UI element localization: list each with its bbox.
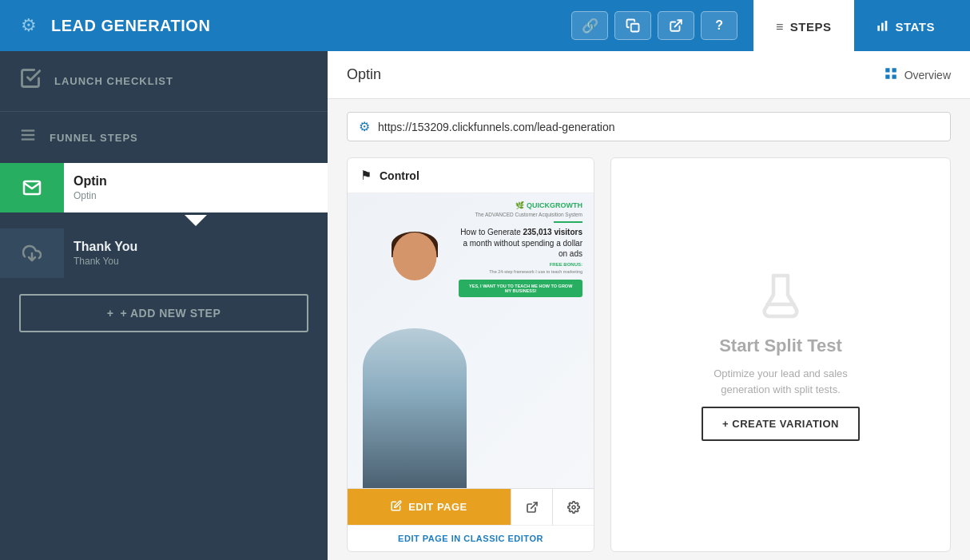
cards-area: ⚑ Control [328,149,970,560]
preview-divider [554,221,582,223]
thankyou-step-text: Thank You Thank You [64,228,328,278]
app-title: LEAD GENERATION [51,17,210,35]
copy-icon-button[interactable] [614,11,651,40]
help-icon-button[interactable]: ? [701,11,737,40]
external-link-button[interactable] [511,489,552,525]
svg-rect-9 [885,68,889,72]
thankyou-step-icon [0,228,64,278]
edit-classic-editor-link[interactable]: EDIT PAGE IN CLASSIC EDITOR [348,525,594,551]
steps-tab-icon: ≡ [776,20,784,34]
create-variation-label: + CREATE VARIATION [722,418,839,430]
steps-tab-label: STEPS [790,20,832,34]
add-new-step-button[interactable]: + + ADD NEW STEP [19,294,308,332]
header: ⚙ LEAD GENERATION 🔗 ? ≡ STEPS STATS [0,0,970,51]
overview-label: Overview [904,69,951,81]
svg-rect-10 [892,68,896,72]
url-text: https://153209.clickfunnels.com/lead-gen… [378,121,615,133]
header-tabs: ≡ STEPS STATS [753,0,957,51]
stats-tab-icon [877,19,889,35]
edit-pencil-icon [391,500,402,514]
settings-icon-button[interactable] [552,489,594,525]
gear-icon[interactable]: ⚙ [13,10,45,42]
flag-icon: ⚑ [360,168,372,183]
page-title: Optin [347,66,884,83]
person-head [393,232,437,280]
sidebar-item-optin[interactable]: Optin Optin [0,163,328,212]
url-bar: ⚙ https://153209.clickfunnels.com/lead-g… [347,112,951,141]
control-card: ⚑ Control [347,157,594,552]
external-link-icon-button[interactable] [658,11,694,40]
svg-rect-12 [892,74,896,78]
preview-cta-button: YES, I WANT YOU TO TEACH ME HOW TO GROW … [459,280,582,297]
thankyou-step-name: Thank You [74,240,318,254]
svg-rect-0 [631,24,639,32]
edit-page-button[interactable]: EDIT PAGE [348,489,511,525]
connector-arrow [185,215,207,226]
funnel-steps-icon [19,126,37,149]
tab-stats[interactable]: STATS [854,0,957,51]
overview-button[interactable]: Overview [884,66,951,84]
split-test-title: Start Split Test [719,336,842,356]
svg-line-13 [531,502,536,508]
main-layout: LAUNCH CHECKLIST FUNNEL STEPS Optin Opti… [0,51,970,560]
header-toolbar: 🔗 ? [571,11,737,40]
optin-step-name: Optin [74,174,318,189]
optin-step-icon [0,163,64,212]
url-settings-icon[interactable]: ⚙ [359,119,370,134]
sidebar-section-launch-checklist[interactable]: LAUNCH CHECKLIST [0,51,328,112]
link-icon-button[interactable]: 🔗 [571,11,608,40]
preview-headline: How to Generate 235,013 visitors a month… [459,227,582,260]
card-actions: EDIT PAGE [348,488,594,525]
stats-tab-label: STATS [896,20,935,34]
control-card-header: ⚑ Control [348,158,594,193]
main-content: Optin Overview ⚙ https://153209.clickfun… [328,51,970,560]
preview-logo: 🌿 QUICKGROWTH [515,201,582,209]
funnel-steps-label: FUNNEL STEPS [50,132,138,144]
svg-rect-11 [885,74,889,78]
tab-steps[interactable]: ≡ STEPS [753,0,854,51]
optin-step-text: Optin Optin [64,163,328,212]
split-test-card: Start Split Test Optimize your lead and … [610,157,951,552]
sub-header: Optin Overview [328,51,970,99]
add-step-label: + ADD NEW STEP [120,307,221,320]
add-step-plus-icon: + [107,307,114,320]
preview-tagline: The ADVANCED Customer Acquisition System [475,212,582,217]
split-test-description: Optimize your lead and sales generation … [693,366,869,397]
preview-logo-text: QUICKGROWTH [527,201,582,209]
svg-rect-3 [881,22,884,30]
edit-page-label: EDIT PAGE [408,501,467,513]
funnel-steps-header: FUNNEL STEPS [0,112,328,163]
overview-grid-icon [884,66,898,84]
step-connector [0,212,328,228]
preview-inner: 🌿 QUICKGROWTH The ADVANCED Customer Acqu… [348,193,594,488]
page-preview: 🌿 QUICKGROWTH The ADVANCED Customer Acqu… [348,193,594,488]
leaf-icon: 🌿 [515,201,524,209]
launch-checklist-label: LAUNCH CHECKLIST [54,75,173,87]
sidebar: LAUNCH CHECKLIST FUNNEL STEPS Optin Opti… [0,51,328,560]
flask-icon [752,268,809,326]
svg-rect-2 [877,26,880,31]
create-variation-button[interactable]: + CREATE VARIATION [702,407,860,441]
thankyou-step-sub: Thank You [74,256,318,267]
optin-step-sub: Optin [74,190,318,201]
svg-point-14 [572,506,575,509]
checklist-icon [19,67,42,95]
sidebar-item-thankyou[interactable]: Thank You Thank You [0,228,328,278]
preview-bonus: FREE BONUS: [550,262,582,267]
control-label: Control [380,169,419,182]
svg-rect-4 [885,21,887,31]
person-body [363,328,467,488]
svg-line-1 [675,20,682,26]
preview-bonus-text: The 24-step framework I use to teach mar… [489,269,582,274]
